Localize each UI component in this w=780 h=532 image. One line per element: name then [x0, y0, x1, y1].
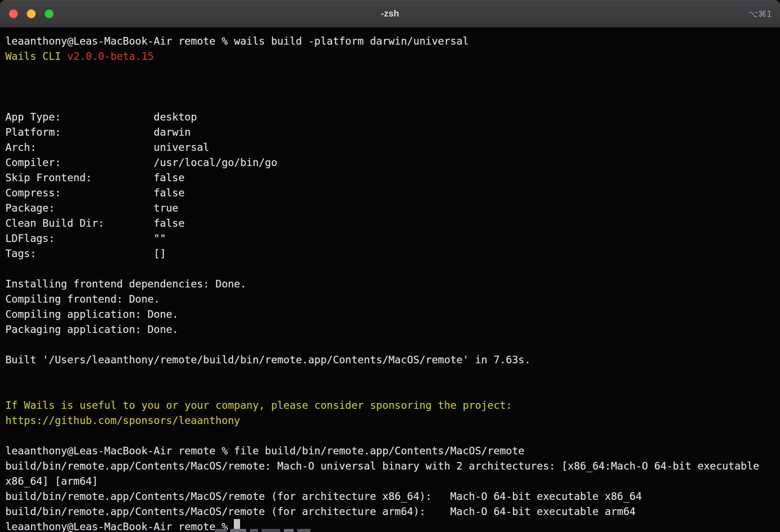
terminal-line: Compiling frontend: Done.: [5, 291, 776, 307]
terminal-line: Clean Build Dir: false: [5, 216, 776, 231]
terminal-text-segment: x86_64] [arm64]: [5, 475, 98, 487]
terminal-text-segment: https://github.com/sponsors/leaanthony: [5, 415, 240, 426]
terminal-text-segment: Compiling frontend: Done.: [5, 293, 160, 305]
window-controls: [9, 9, 54, 18]
terminal-line: build/bin/remote.app/Contents/MacOS/remo…: [5, 489, 776, 504]
terminal-text-segment: Skip Frontend: false: [5, 172, 185, 183]
terminal-line: https://github.com/sponsors/leaanthony: [5, 413, 776, 428]
minimize-button[interactable]: [27, 9, 36, 18]
terminal-output[interactable]: leaanthony@Leas-MacBook-Air remote % wai…: [0, 28, 780, 532]
terminal-line: [5, 261, 776, 276]
terminal-text-segment: App Type: desktop: [5, 111, 197, 123]
terminal-line: Compress: false: [5, 185, 776, 200]
terminal-line: x86_64] [arm64]: [5, 474, 776, 489]
terminal-text-segment: Tags: []: [5, 248, 166, 259]
terminal-line: Compiler: /usr/local/go/bin/go: [5, 155, 776, 170]
terminal-text-segment: build/bin/remote.app/Contents/MacOS/remo…: [5, 460, 759, 472]
terminal-line: App Type: desktop: [5, 109, 776, 125]
terminal-line: [5, 382, 776, 398]
terminal-text-segment: leaanthony@Leas-MacBook-Air remote %: [5, 521, 234, 532]
terminal-text-segment: leaanthony@Leas-MacBook-Air remote % fil…: [5, 445, 524, 457]
terminal-line: Skip Frontend: false: [5, 170, 776, 185]
terminal-line: leaanthony@Leas-MacBook-Air remote %: [5, 519, 776, 532]
clipped-glyph-fragment: [215, 529, 311, 532]
terminal-text-segment: Built '/Users/leaanthony/remote/build/bi…: [5, 354, 531, 366]
terminal-line: Compiling application: Done.: [5, 307, 776, 322]
terminal-line: Installing frontend dependencies: Done.: [5, 276, 776, 291]
terminal-text-segment: build/bin/remote.app/Contents/MacOS/remo…: [5, 506, 635, 517]
terminal-line: Tags: []: [5, 246, 776, 261]
terminal-line: Platform: darwin: [5, 125, 776, 140]
zoom-button[interactable]: [45, 9, 54, 18]
terminal-line: [5, 64, 776, 79]
terminal-line: [5, 79, 776, 94]
terminal-text-segment: Package: true: [5, 202, 178, 214]
terminal-line: Package: true: [5, 200, 776, 216]
terminal-text-segment: LDFlags: "": [5, 233, 166, 244]
tab-shortcut-hint: ⌥⌘1: [748, 0, 772, 27]
terminal-text-segment: If Wails is useful to you or your compan…: [5, 399, 512, 411]
terminal-text-segment: Installing frontend dependencies: Done.: [5, 278, 246, 290]
terminal-line: [5, 367, 776, 382]
terminal-line: If Wails is useful to you or your compan…: [5, 398, 776, 413]
terminal-text-segment: Compiler: /usr/local/go/bin/go: [5, 157, 277, 168]
terminal-line: LDFlags: "": [5, 231, 776, 246]
terminal-line: leaanthony@Leas-MacBook-Air remote % fil…: [5, 443, 776, 458]
terminal-text-segment: Wails CLI: [5, 50, 67, 62]
terminal-text-segment: leaanthony@Leas-MacBook-Air remote % wai…: [5, 35, 469, 47]
terminal-text-segment: Arch: universal: [5, 141, 209, 153]
terminal-text-segment: build/bin/remote.app/Contents/MacOS/remo…: [5, 490, 642, 502]
terminal-line: Built '/Users/leaanthony/remote/build/bi…: [5, 352, 776, 367]
terminal-line: build/bin/remote.app/Contents/MacOS/remo…: [5, 458, 776, 474]
terminal-line: build/bin/remote.app/Contents/MacOS/remo…: [5, 504, 776, 519]
close-button[interactable]: [9, 9, 18, 18]
terminal-line: [5, 428, 776, 443]
terminal-text-segment: Packaging application: Done.: [5, 324, 178, 335]
terminal-window: -zsh ⌥⌘1 leaanthony@Leas-MacBook-Air rem…: [0, 0, 780, 532]
terminal-line: Wails CLI v2.0.0-beta.15: [5, 49, 776, 64]
terminal-text-segment: Clean Build Dir: false: [5, 217, 185, 229]
terminal-line: [5, 337, 776, 352]
titlebar[interactable]: -zsh ⌥⌘1: [0, 0, 780, 28]
terminal-line: Packaging application: Done.: [5, 322, 776, 337]
terminal-text-segment: v2.0.0-beta.15: [67, 50, 154, 62]
terminal-line: Arch: universal: [5, 140, 776, 155]
window-title: -zsh: [0, 8, 780, 19]
terminal-text-segment: Platform: darwin: [5, 126, 191, 138]
terminal-line: [5, 94, 776, 109]
terminal-text-segment: Compiling application: Done.: [5, 308, 178, 320]
terminal-text-segment: Compress: false: [5, 187, 185, 199]
terminal-line: leaanthony@Leas-MacBook-Air remote % wai…: [5, 33, 776, 49]
